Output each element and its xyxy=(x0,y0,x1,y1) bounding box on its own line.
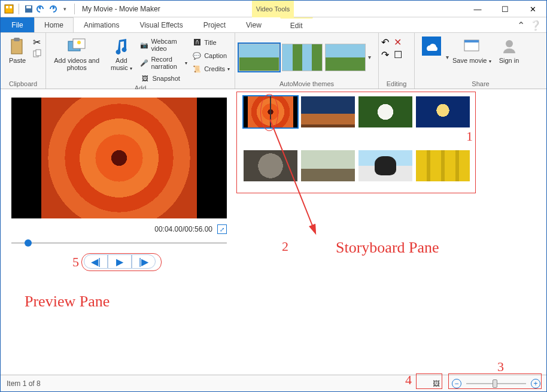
add-videos-label: Add videos and photos xyxy=(52,57,101,71)
clip-row-1 xyxy=(244,96,537,127)
clip-7[interactable] xyxy=(358,150,412,181)
zoom-slider[interactable] xyxy=(466,383,526,384)
theme-thumb-3[interactable] xyxy=(325,44,366,71)
add-videos-photos-button[interactable]: Add videos and photos xyxy=(48,34,105,71)
svg-rect-14 xyxy=(464,40,479,42)
ribbon: Paste ✂ Clipboard Add videos and photos … xyxy=(1,33,546,89)
credits-icon: 📜 xyxy=(192,64,202,74)
cut-icon[interactable]: ✂ xyxy=(33,37,41,48)
close-button[interactable]: ✕ xyxy=(519,1,546,17)
themes-more-icon[interactable]: ▾ xyxy=(367,54,372,60)
save-movie-icon xyxy=(462,37,481,56)
editing-group-label: Editing xyxy=(381,80,412,89)
clip-5[interactable] xyxy=(244,150,297,181)
zoom-out-button[interactable]: − xyxy=(452,379,461,388)
title-button[interactable]: 🅰Title xyxy=(190,37,232,48)
select-all-icon[interactable]: ☐ xyxy=(394,49,402,60)
quick-access-toolbar: ▾ xyxy=(1,4,77,14)
clipboard-group-label: Clipboard xyxy=(3,80,43,89)
snapshot-button[interactable]: 🖼Snapshot xyxy=(138,72,190,84)
undo-icon[interactable] xyxy=(36,4,45,14)
clip-8[interactable] xyxy=(416,150,470,181)
storyboard-pane-label: Storyboard Pane xyxy=(336,239,439,257)
clip-1[interactable] xyxy=(244,96,297,127)
caption-button[interactable]: 💬Caption xyxy=(190,50,232,62)
edit-tab[interactable]: Edit xyxy=(280,17,313,32)
onedrive-icon xyxy=(422,37,441,56)
seek-slider[interactable] xyxy=(11,242,227,244)
add-music-label: Add music ▾ xyxy=(108,57,134,72)
rotate-left-icon[interactable]: ↶ xyxy=(381,37,389,48)
rotate-right-icon[interactable]: ↷ xyxy=(381,49,389,60)
video-tools-label: Video Tools xyxy=(256,5,290,13)
theme-thumb-2[interactable] xyxy=(282,44,323,71)
next-frame-button[interactable]: |▶ xyxy=(132,254,156,269)
visual-effects-tab[interactable]: Visual Effects xyxy=(129,17,193,32)
theme-thumb-1[interactable] xyxy=(239,44,279,71)
preview-pane: 00:04.00/00:56.00 ⤢ ◀| ▶ |▶ 5 Preview Pa… xyxy=(1,89,234,375)
app-icon xyxy=(4,4,14,14)
svg-rect-2 xyxy=(10,6,12,8)
project-tab[interactable]: Project xyxy=(193,17,236,32)
contextual-tab-label: Video Tools xyxy=(252,1,294,17)
annotation-1: 1 xyxy=(466,129,473,144)
annotation-2: 2 xyxy=(282,239,288,254)
animations-tab[interactable]: Animations xyxy=(74,17,129,32)
play-button[interactable]: ▶ xyxy=(108,254,132,269)
preview-pane-label: Preview Pane xyxy=(25,293,110,311)
qat-dropdown-icon[interactable]: ▾ xyxy=(60,4,69,14)
view-tab[interactable]: View xyxy=(236,17,272,32)
fullscreen-icon[interactable]: ⤢ xyxy=(217,224,227,234)
save-movie-label: Save movie ▾ xyxy=(452,57,491,65)
clip-4[interactable] xyxy=(416,96,470,127)
svg-point-11 xyxy=(77,41,81,44)
svg-rect-4 xyxy=(26,6,31,8)
playback-controls: ◀| ▶ |▶ xyxy=(11,254,228,269)
snapshot-icon: 🖼 xyxy=(140,74,150,83)
sign-in-icon xyxy=(500,37,519,56)
sign-in-button[interactable]: Sign in xyxy=(495,34,524,64)
maximize-button[interactable]: ☐ xyxy=(491,1,519,17)
home-tab[interactable]: Home xyxy=(34,17,74,32)
onedrive-button[interactable] xyxy=(417,34,446,56)
redo-icon[interactable] xyxy=(48,4,57,14)
svg-rect-1 xyxy=(6,6,8,8)
view-toggle-icon[interactable]: 🖼 xyxy=(433,379,440,388)
ribbon-tabbar: File Home Animations Visual Effects Proj… xyxy=(1,17,546,33)
media-icon xyxy=(67,37,86,56)
share-group: ▾ Save movie ▾ Sign in Share xyxy=(415,33,546,89)
status-item-count: Item 1 of 8 xyxy=(7,379,41,388)
svg-point-15 xyxy=(506,40,513,47)
prev-frame-button[interactable]: ◀| xyxy=(84,254,108,269)
share-group-label: Share xyxy=(417,80,544,89)
copy-icon[interactable] xyxy=(33,49,41,60)
minimize-button[interactable]: — xyxy=(464,1,491,17)
storyboard-pane: 1 2 Storyboard Pane xyxy=(234,89,546,375)
paste-button[interactable]: Paste xyxy=(3,34,32,64)
titlebar: ▾ My Movie - Movie Maker Video Tools — ☐… xyxy=(1,1,546,17)
workspace: 00:04.00/00:56.00 ⤢ ◀| ▶ |▶ 5 Preview Pa… xyxy=(1,89,546,375)
preview-frame xyxy=(11,98,227,218)
editing-group: ↶ ✕ ↷ ☐ Editing xyxy=(379,33,415,89)
clip-6[interactable] xyxy=(301,150,355,181)
clip-3[interactable] xyxy=(358,96,412,127)
statusbar: Item 1 of 8 🖼 − + xyxy=(1,375,546,391)
ribbon-collapse-icon[interactable]: ⌃ xyxy=(517,20,525,31)
music-icon xyxy=(112,37,131,56)
clip-2[interactable] xyxy=(301,96,355,127)
window-controls: — ☐ ✕ xyxy=(464,1,546,17)
webcam-video-button[interactable]: 📷Webcam video xyxy=(138,37,190,53)
preview-image xyxy=(41,98,197,218)
svg-rect-5 xyxy=(11,39,22,54)
help-icon[interactable]: ❔ xyxy=(530,20,542,31)
sign-in-label: Sign in xyxy=(499,57,519,64)
add-group: Add videos and photos Add music ▾ 📷Webca… xyxy=(46,33,235,89)
add-music-button[interactable]: Add music ▾ xyxy=(105,34,138,72)
record-narration-button[interactable]: 🎤Record narration ▾ xyxy=(138,54,190,71)
credits-button[interactable]: 📜Credits ▾ xyxy=(190,63,232,75)
save-icon[interactable] xyxy=(24,4,34,14)
zoom-in-button[interactable]: + xyxy=(531,379,540,388)
delete-icon[interactable]: ✕ xyxy=(394,37,402,48)
save-movie-button[interactable]: Save movie ▾ xyxy=(449,34,495,65)
file-tab[interactable]: File xyxy=(1,17,34,32)
